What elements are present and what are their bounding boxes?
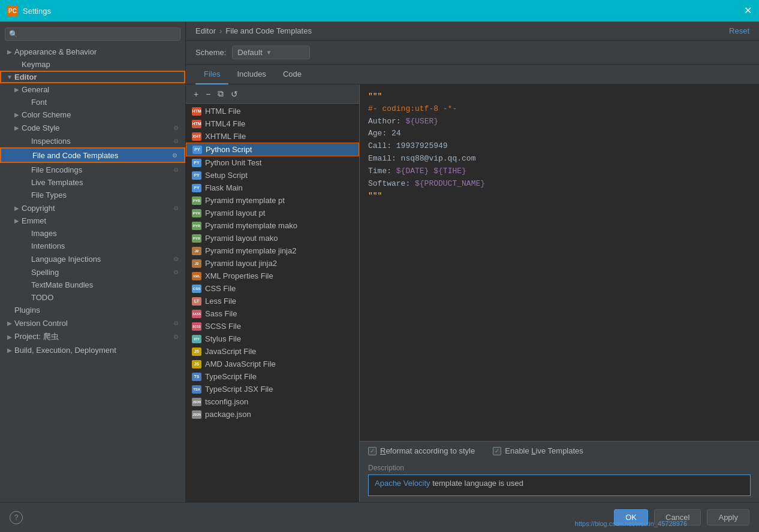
list-item[interactable]: PY Flask Main: [186, 182, 359, 194]
sidebar-item-font[interactable]: Font: [0, 96, 185, 108]
list-item[interactable]: SCSS SCSS File: [186, 320, 359, 332]
sidebar-item-label: Appearance & Behavior: [14, 47, 97, 56]
sidebar-item-version-control[interactable]: Version Control ⚙: [0, 316, 185, 330]
file-name: Pyramid layout pt: [205, 208, 265, 217]
expand-icon: [12, 86, 22, 93]
file-type-icon: SASS: [192, 310, 201, 318]
tab-code[interactable]: Code: [275, 65, 310, 84]
list-item[interactable]: XML XML Properties File: [186, 270, 359, 282]
tab-files[interactable]: Files: [195, 65, 228, 84]
sidebar-item-file-types[interactable]: File Types: [0, 189, 185, 201]
sidebar-item-inspections[interactable]: Inspections ⚙: [0, 134, 185, 147]
sidebar-item-color-scheme[interactable]: Color Scheme: [0, 108, 185, 121]
list-item[interactable]: JS JavaScript File: [186, 345, 359, 358]
add-button[interactable]: +: [191, 87, 201, 101]
sidebar-item-label: Copyright: [22, 204, 55, 213]
list-item[interactable]: PY Python Unit Test: [186, 156, 359, 169]
list-item[interactable]: PYR Pyramid mytemplate mako: [186, 219, 359, 232]
scheme-label: Scheme:: [195, 48, 226, 57]
search-input[interactable]: [21, 30, 176, 38]
list-item[interactable]: PYR Pyramid layout pt: [186, 207, 359, 219]
list-item[interactable]: XHT XHTML File: [186, 130, 359, 143]
sidebar-item-file-and-code-templates[interactable]: File and Code Templates ⚙: [0, 147, 185, 163]
tab-includes[interactable]: Includes: [228, 65, 274, 84]
list-item[interactable]: J2 Pyramid mytemplate jinja2: [186, 244, 359, 257]
sidebar-item-keymap[interactable]: Keymap: [0, 58, 185, 71]
copy-button[interactable]: ⧉: [215, 87, 227, 101]
title-bar-title: Settings: [23, 7, 51, 16]
list-item[interactable]: TS TypeScript File: [186, 370, 359, 383]
code-editor[interactable]: """ #- coding:utf-8 -*- Author: ${USER} …: [360, 84, 759, 441]
code-panel: """ #- coding:utf-8 -*- Author: ${USER} …: [360, 84, 759, 502]
description-link[interactable]: Apache Velocity: [375, 479, 430, 488]
list-item[interactable]: STY Stylus File: [186, 332, 359, 345]
list-item[interactable]: PY Setup Script: [186, 169, 359, 182]
sidebar-item-emmet[interactable]: Emmet: [0, 214, 185, 227]
sidebar-item-label: Version Control: [14, 319, 68, 328]
sidebar-item-label: Code Style: [22, 123, 60, 132]
file-name: Setup Script: [205, 171, 248, 180]
file-type-icon: TSX: [192, 385, 201, 394]
sidebar-item-copyright[interactable]: Copyright ⚙: [0, 201, 185, 214]
tabs-bar: Files Includes Code: [186, 65, 759, 84]
sidebar-item-label: Intentions: [31, 241, 65, 250]
list-item[interactable]: LT Less File: [186, 295, 359, 307]
sidebar-item-textmate-bundles[interactable]: TextMate Bundles: [0, 279, 185, 291]
search-box[interactable]: 🔍: [5, 28, 180, 41]
close-button[interactable]: ✕: [744, 6, 752, 16]
list-item[interactable]: JSON package.json: [186, 408, 359, 421]
list-item[interactable]: JSON tsconfig.json: [186, 395, 359, 408]
file-list: HTM HTML File HTM HTML4 File XHT XHTML F…: [186, 104, 359, 502]
sidebar-item-intentions[interactable]: Intentions: [0, 240, 185, 252]
settings-icon: ⚙: [171, 136, 180, 146]
file-type-icon: PY: [192, 146, 202, 154]
code-line: Call: 19937925949: [368, 140, 751, 153]
list-item[interactable]: JS AMD JavaScript File: [186, 358, 359, 370]
list-item[interactable]: SASS Sass File: [186, 307, 359, 320]
list-item[interactable]: CSS CSS File: [186, 282, 359, 295]
sidebar-item-project[interactable]: Project: 爬虫 ⚙: [0, 330, 185, 344]
help-button[interactable]: ?: [10, 511, 23, 524]
list-item[interactable]: PY Python Script: [186, 143, 359, 156]
sidebar-item-images[interactable]: Images: [0, 227, 185, 240]
live-templates-checkbox[interactable]: Enable Live Templates: [493, 446, 583, 455]
sidebar-item-spelling[interactable]: Spelling ⚙: [0, 265, 185, 279]
sidebar-item-general[interactable]: General: [0, 83, 185, 96]
file-type-icon: JS: [192, 347, 201, 356]
list-item[interactable]: PYR Pyramid layout mako: [186, 232, 359, 244]
file-type-icon: STY: [192, 335, 201, 343]
file-type-icon: J2: [192, 247, 201, 255]
list-item[interactable]: J2 Pyramid layout jinja2: [186, 257, 359, 270]
reset-template-button[interactable]: ↺: [228, 87, 241, 101]
file-name: Python Script: [206, 145, 252, 154]
title-bar-left: PC Settings: [7, 5, 51, 16]
sidebar-item-code-style[interactable]: Code Style ⚙: [0, 121, 185, 134]
apply-button[interactable]: Apply: [707, 509, 749, 525]
file-name: Less File: [205, 297, 236, 306]
sidebar-item-todo[interactable]: TODO: [0, 291, 185, 304]
reformat-checkbox[interactable]: Reformat according to style: [368, 446, 475, 455]
checkbox-icon: [493, 447, 501, 455]
file-name: tsconfig.json: [205, 397, 248, 406]
sidebar: 🔍 Appearance & Behavior Keymap Editor Ge…: [0, 22, 186, 502]
sidebar-item-build[interactable]: Build, Execution, Deployment: [0, 344, 185, 356]
file-type-icon: XML: [192, 272, 201, 280]
sidebar-item-plugins[interactable]: Plugins: [0, 304, 185, 316]
settings-icon: ⚙: [171, 332, 180, 341]
list-item[interactable]: TSX TypeScript JSX File: [186, 383, 359, 395]
sidebar-item-editor[interactable]: Editor: [0, 71, 185, 83]
file-type-icon: PY: [192, 184, 201, 192]
list-item[interactable]: PYR Pyramid mytemplate pt: [186, 194, 359, 207]
sidebar-item-appearance[interactable]: Appearance & Behavior: [0, 46, 185, 58]
file-name: JavaScript File: [205, 347, 256, 356]
sidebar-item-live-templates[interactable]: Live Templates: [0, 176, 185, 189]
sidebar-item-language-injections[interactable]: Language Injections ⚙: [0, 252, 185, 265]
remove-button[interactable]: −: [203, 87, 213, 101]
file-type-icon: J2: [192, 259, 201, 268]
list-item[interactable]: HTM HTML4 File: [186, 117, 359, 130]
sidebar-item-file-encodings[interactable]: File Encodings ⚙: [0, 163, 185, 176]
list-item[interactable]: HTM HTML File: [186, 105, 359, 117]
scheme-dropdown[interactable]: Default ▼: [232, 46, 310, 59]
file-list-toolbar: + − ⧉ ↺: [186, 84, 359, 104]
reset-button[interactable]: Reset: [729, 26, 749, 35]
